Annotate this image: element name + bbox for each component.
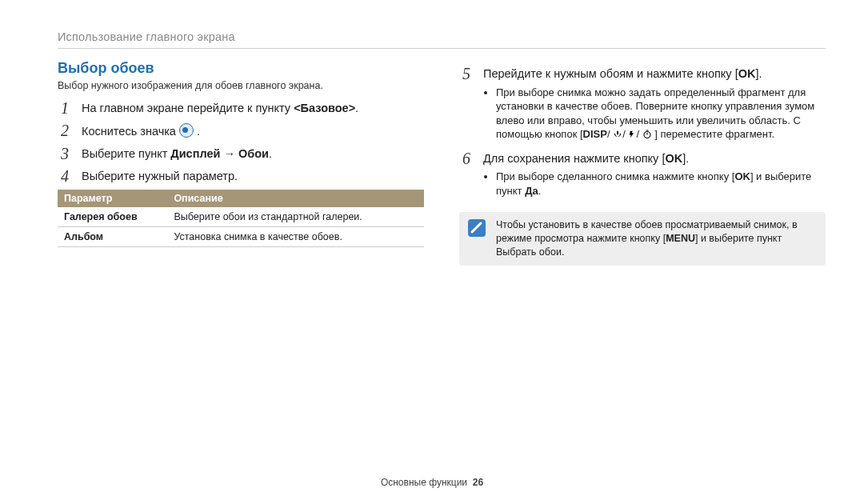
step-5: 5 Перейдите к нужным обоям и нажмите кно…	[459, 65, 826, 145]
step-text: Для сохранения нажмите кнопку [OK]. При …	[483, 150, 826, 202]
step-text: Коснитесь значка .	[82, 122, 200, 140]
param-table: Параметр Описание Галерея обоев Выберите…	[58, 190, 424, 247]
table-header-row: Параметр Описание	[58, 190, 424, 207]
bullet-item: При выборе сделанного снимка нажмите кно…	[496, 170, 826, 198]
bullet-item: При выборе снимка можно задать определен…	[496, 86, 826, 142]
page-footer: Основные функции 26	[0, 477, 864, 488]
table-header-cell: Параметр	[58, 190, 167, 207]
page-number: 26	[473, 477, 483, 488]
step-3: 3 Выберите пункт Дисплей → Обои.	[58, 145, 424, 162]
table-row: Альбом Установка снимка в качестве обоев…	[58, 226, 424, 246]
step-number: 6	[459, 150, 474, 167]
divider	[58, 48, 826, 49]
section-heading: Выбор обоев	[58, 60, 424, 77]
menu-icon: MENU	[666, 233, 695, 244]
step-number: 1	[58, 99, 72, 117]
table-header-cell: Описание	[167, 190, 424, 207]
table-cell-key: Галерея обоев	[58, 207, 167, 227]
step-6: 6 Для сохранения нажмите кнопку [OK]. Пр…	[459, 150, 826, 202]
note-icon	[467, 218, 486, 238]
right-column: 5 Перейдите к нужным обоям и нажмите кно…	[459, 60, 826, 266]
step-number: 3	[58, 145, 72, 162]
timer-icon	[642, 130, 652, 139]
step-text: Выберите пункт Дисплей → Обои.	[82, 145, 272, 162]
settings-circle-icon	[179, 123, 194, 138]
macro-icon	[613, 130, 622, 139]
table-cell-value: Выберите обои из стандартной галереи.	[167, 207, 424, 227]
step-2: 2 Коснитесь значка .	[58, 122, 424, 140]
step-text: Перейдите к нужным обоям и нажмите кнопк…	[483, 65, 826, 145]
section-subtitle: Выбор нужного изображения для обоев глав…	[58, 80, 424, 91]
table-cell-key: Альбом	[58, 226, 167, 246]
step-number: 4	[58, 167, 72, 185]
table-row: Галерея обоев Выберите обои из стандартн…	[58, 207, 424, 227]
note-box: Чтобы установить в качестве обоев просма…	[459, 212, 826, 266]
footer-label: Основные функции	[381, 477, 467, 488]
left-column: Выбор обоев Выбор нужного изображения дл…	[58, 60, 424, 266]
flash-icon	[628, 130, 636, 139]
step-4: 4 Выберите нужный параметр.	[58, 167, 424, 185]
step-number: 2	[58, 122, 72, 139]
step-text: На главном экране перейдите к пункту <Ба…	[82, 99, 358, 117]
note-text: Чтобы установить в качестве обоев просма…	[496, 218, 814, 259]
step-text: Выберите нужный параметр.	[82, 167, 238, 185]
ok-icon: OK	[665, 152, 682, 165]
table-cell-value: Установка снимка в качестве обоев.	[167, 226, 424, 246]
ok-icon: OK	[738, 67, 756, 80]
ok-icon: OK	[734, 170, 750, 182]
disp-icon: DISP	[583, 128, 607, 140]
breadcrumb: Использование главного экрана	[58, 30, 826, 43]
step-number: 5	[459, 65, 474, 82]
step-1: 1 На главном экране перейдите к пункту <…	[58, 99, 424, 117]
